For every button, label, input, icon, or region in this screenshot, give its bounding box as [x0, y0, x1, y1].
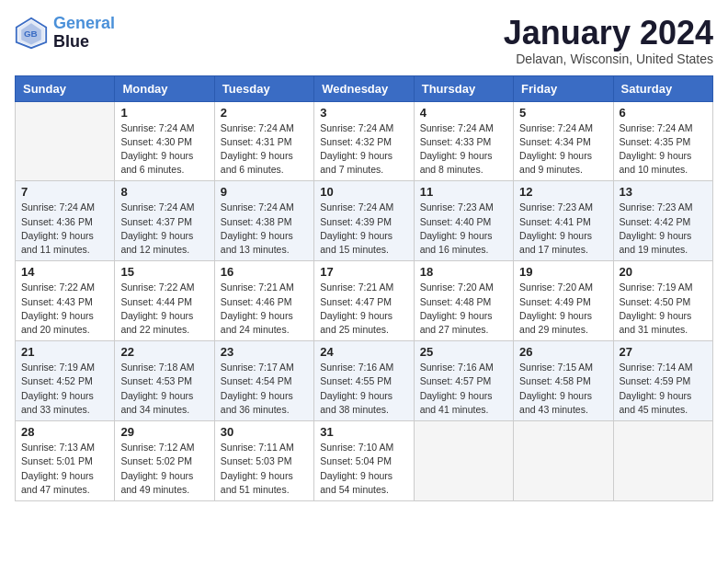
calendar-cell: [414, 421, 513, 501]
day-detail: Sunrise: 7:23 AMSunset: 4:40 PMDaylight:…: [420, 201, 507, 257]
day-detail: Sunrise: 7:21 AMSunset: 4:47 PMDaylight:…: [320, 281, 407, 337]
calendar-cell: 26Sunrise: 7:15 AMSunset: 4:58 PMDayligh…: [514, 341, 613, 421]
day-number: 25: [420, 345, 507, 359]
week-row-2: 7Sunrise: 7:24 AMSunset: 4:36 PMDaylight…: [16, 181, 713, 261]
day-detail: Sunrise: 7:11 AMSunset: 5:03 PMDaylight:…: [221, 441, 308, 497]
logo-icon: GB: [15, 17, 48, 50]
weekday-header-row: SundayMondayTuesdayWednesdayThursdayFrid…: [16, 75, 713, 101]
calendar-cell: 3Sunrise: 7:24 AMSunset: 4:32 PMDaylight…: [314, 101, 414, 181]
day-number: 9: [221, 185, 308, 199]
day-number: 16: [221, 265, 308, 279]
calendar-cell: 15Sunrise: 7:22 AMSunset: 4:44 PMDayligh…: [115, 261, 214, 341]
day-detail: Sunrise: 7:22 AMSunset: 4:43 PMDaylight:…: [21, 281, 108, 337]
calendar-cell: 14Sunrise: 7:22 AMSunset: 4:43 PMDayligh…: [16, 261, 115, 341]
day-detail: Sunrise: 7:16 AMSunset: 4:55 PMDaylight:…: [320, 361, 407, 417]
day-detail: Sunrise: 7:18 AMSunset: 4:53 PMDaylight:…: [120, 361, 208, 417]
day-number: 30: [221, 425, 308, 439]
weekday-saturday: Saturday: [613, 75, 712, 101]
day-number: 1: [120, 106, 208, 120]
day-number: 28: [21, 425, 108, 439]
day-number: 24: [320, 345, 407, 359]
day-number: 29: [120, 425, 208, 439]
calendar-cell: 1Sunrise: 7:24 AMSunset: 4:30 PMDaylight…: [115, 101, 214, 181]
weekday-tuesday: Tuesday: [214, 75, 313, 101]
week-row-4: 21Sunrise: 7:19 AMSunset: 4:52 PMDayligh…: [16, 341, 713, 421]
weekday-friday: Friday: [514, 75, 613, 101]
calendar-cell: 19Sunrise: 7:20 AMSunset: 4:49 PMDayligh…: [514, 261, 613, 341]
day-detail: Sunrise: 7:24 AMSunset: 4:38 PMDaylight:…: [221, 201, 308, 257]
calendar-cell: 20Sunrise: 7:19 AMSunset: 4:50 PMDayligh…: [613, 261, 712, 341]
week-row-1: 1Sunrise: 7:24 AMSunset: 4:30 PMDaylight…: [16, 101, 713, 181]
calendar-cell: 18Sunrise: 7:20 AMSunset: 4:48 PMDayligh…: [414, 261, 513, 341]
day-detail: Sunrise: 7:21 AMSunset: 4:46 PMDaylight:…: [221, 281, 308, 337]
week-row-3: 14Sunrise: 7:22 AMSunset: 4:43 PMDayligh…: [16, 261, 713, 341]
logo: GB General Blue: [15, 15, 115, 52]
calendar-cell: 17Sunrise: 7:21 AMSunset: 4:47 PMDayligh…: [314, 261, 414, 341]
day-detail: Sunrise: 7:20 AMSunset: 4:48 PMDaylight:…: [420, 281, 507, 337]
day-number: 17: [320, 265, 407, 279]
weekday-wednesday: Wednesday: [314, 75, 414, 101]
calendar-cell: 24Sunrise: 7:16 AMSunset: 4:55 PMDayligh…: [314, 341, 414, 421]
day-number: 22: [120, 345, 208, 359]
svg-text:GB: GB: [24, 28, 38, 38]
calendar-cell: 13Sunrise: 7:23 AMSunset: 4:42 PMDayligh…: [613, 181, 712, 261]
day-detail: Sunrise: 7:15 AMSunset: 4:58 PMDaylight:…: [519, 361, 607, 417]
day-number: 15: [120, 265, 208, 279]
calendar-cell: [613, 421, 712, 501]
day-number: 19: [519, 265, 607, 279]
day-detail: Sunrise: 7:17 AMSunset: 4:54 PMDaylight:…: [221, 361, 308, 417]
calendar-cell: [514, 421, 613, 501]
day-detail: Sunrise: 7:10 AMSunset: 5:04 PMDaylight:…: [320, 441, 407, 497]
day-number: 20: [620, 265, 707, 279]
day-number: 5: [519, 106, 607, 120]
day-detail: Sunrise: 7:19 AMSunset: 4:50 PMDaylight:…: [620, 281, 707, 337]
page-header: GB General Blue January 2024 Delavan, Wi…: [15, 15, 713, 66]
day-detail: Sunrise: 7:24 AMSunset: 4:32 PMDaylight:…: [320, 121, 407, 178]
day-detail: Sunrise: 7:12 AMSunset: 5:02 PMDaylight:…: [120, 441, 208, 497]
day-detail: Sunrise: 7:13 AMSunset: 5:01 PMDaylight:…: [21, 441, 108, 497]
day-detail: Sunrise: 7:24 AMSunset: 4:39 PMDaylight:…: [320, 201, 407, 257]
day-number: 11: [420, 185, 507, 199]
day-detail: Sunrise: 7:23 AMSunset: 4:42 PMDaylight:…: [620, 201, 707, 257]
day-detail: Sunrise: 7:19 AMSunset: 4:52 PMDaylight:…: [21, 361, 108, 417]
calendar-cell: 7Sunrise: 7:24 AMSunset: 4:36 PMDaylight…: [16, 181, 115, 261]
calendar-cell: [16, 101, 115, 181]
calendar-cell: 22Sunrise: 7:18 AMSunset: 4:53 PMDayligh…: [115, 341, 214, 421]
day-number: 21: [21, 345, 108, 359]
location: Delavan, Wisconsin, United States: [504, 52, 713, 66]
day-number: 2: [221, 106, 308, 120]
weekday-monday: Monday: [115, 75, 214, 101]
day-detail: Sunrise: 7:24 AMSunset: 4:36 PMDaylight:…: [21, 201, 108, 257]
calendar-cell: 8Sunrise: 7:24 AMSunset: 4:37 PMDaylight…: [115, 181, 214, 261]
day-detail: Sunrise: 7:24 AMSunset: 4:34 PMDaylight:…: [519, 121, 607, 178]
calendar-cell: 29Sunrise: 7:12 AMSunset: 5:02 PMDayligh…: [115, 421, 214, 501]
day-detail: Sunrise: 7:24 AMSunset: 4:35 PMDaylight:…: [620, 121, 707, 178]
calendar-cell: 4Sunrise: 7:24 AMSunset: 4:33 PMDaylight…: [414, 101, 513, 181]
calendar-cell: 28Sunrise: 7:13 AMSunset: 5:01 PMDayligh…: [16, 421, 115, 501]
day-number: 27: [620, 345, 707, 359]
day-number: 10: [320, 185, 407, 199]
day-number: 4: [420, 106, 507, 120]
calendar-cell: 16Sunrise: 7:21 AMSunset: 4:46 PMDayligh…: [214, 261, 313, 341]
calendar-cell: 31Sunrise: 7:10 AMSunset: 5:04 PMDayligh…: [314, 421, 414, 501]
day-number: 18: [420, 265, 507, 279]
day-number: 6: [620, 106, 707, 120]
calendar-cell: 30Sunrise: 7:11 AMSunset: 5:03 PMDayligh…: [214, 421, 313, 501]
day-number: 14: [21, 265, 108, 279]
calendar-table: SundayMondayTuesdayWednesdayThursdayFrid…: [15, 75, 713, 501]
calendar-cell: 25Sunrise: 7:16 AMSunset: 4:57 PMDayligh…: [414, 341, 513, 421]
calendar-cell: 5Sunrise: 7:24 AMSunset: 4:34 PMDaylight…: [514, 101, 613, 181]
day-detail: Sunrise: 7:20 AMSunset: 4:49 PMDaylight:…: [519, 281, 607, 337]
logo-text: General Blue: [53, 15, 115, 52]
weekday-thursday: Thursday: [414, 75, 513, 101]
calendar-cell: 9Sunrise: 7:24 AMSunset: 4:38 PMDaylight…: [214, 181, 313, 261]
day-number: 26: [519, 345, 607, 359]
day-number: 13: [620, 185, 707, 199]
day-detail: Sunrise: 7:22 AMSunset: 4:44 PMDaylight:…: [120, 281, 208, 337]
day-number: 31: [320, 425, 407, 439]
week-row-5: 28Sunrise: 7:13 AMSunset: 5:01 PMDayligh…: [16, 421, 713, 501]
calendar-cell: 12Sunrise: 7:23 AMSunset: 4:41 PMDayligh…: [514, 181, 613, 261]
calendar-cell: 21Sunrise: 7:19 AMSunset: 4:52 PMDayligh…: [16, 341, 115, 421]
calendar-cell: 2Sunrise: 7:24 AMSunset: 4:31 PMDaylight…: [214, 101, 313, 181]
day-detail: Sunrise: 7:24 AMSunset: 4:33 PMDaylight:…: [420, 121, 507, 178]
